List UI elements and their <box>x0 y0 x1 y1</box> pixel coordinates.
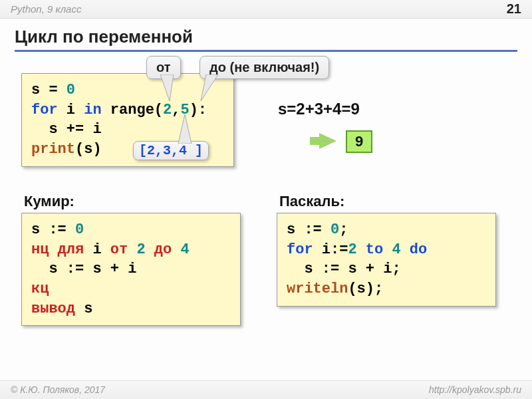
footer-right: http://kpolyakov.spb.ru <box>429 384 521 396</box>
pascal-heading: Паскаль: <box>279 193 344 210</box>
sum-expression: s=2+3+4=9 <box>278 100 360 118</box>
range-values-pointer <box>173 114 200 144</box>
kumir-code-box: s := 0 нц для i от 2 до 4 s := s + i кц … <box>21 213 241 326</box>
callout-from-pointer <box>160 74 180 106</box>
result-box: 9 <box>346 130 372 153</box>
footer-left: © К.Ю. Поляков, 2017 <box>11 384 105 396</box>
result-arrow-icon <box>319 133 336 149</box>
header-left: Python, 9 класс <box>11 3 81 15</box>
page-number: 21 <box>507 1 521 17</box>
svg-marker-0 <box>160 74 174 101</box>
svg-marker-2 <box>178 114 192 144</box>
range-values-annotation: [2,3,4 ] <box>133 141 209 160</box>
slide-footer: © К.Ю. Поляков, 2017 http://kpolyakov.sp… <box>0 380 532 399</box>
slide-header: Python, 9 класс 21 <box>0 0 532 19</box>
callout-to-pointer <box>200 74 219 106</box>
kumir-heading: Кумир: <box>24 193 74 210</box>
pascal-code-box: s := 0; for i:=2 to 4 do s := s + i; wri… <box>277 213 496 307</box>
slide-title: Цикл по переменной <box>15 27 517 52</box>
svg-marker-1 <box>201 74 218 101</box>
